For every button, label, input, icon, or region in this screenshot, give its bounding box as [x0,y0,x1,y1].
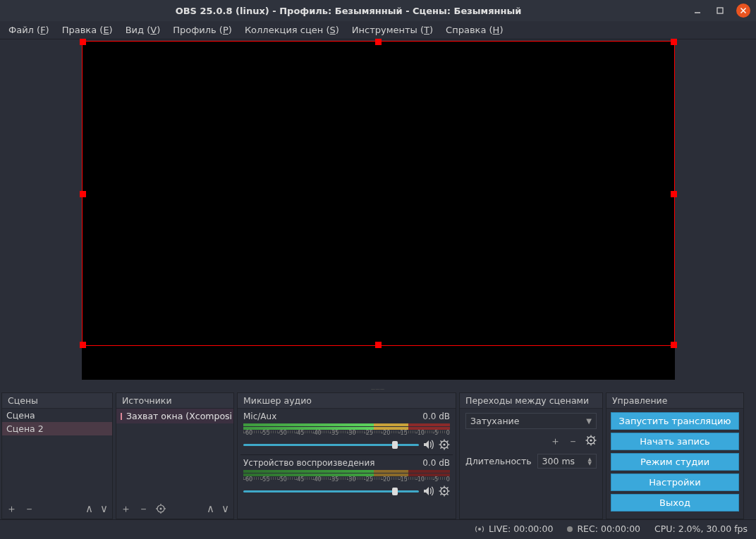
menu-view[interactable]: Вид (V) [120,23,166,37]
window-title: OBS 25.0.8 (linux) - Профиль: Безымянный… [6,6,691,16]
status-cpu: CPU: 2.0%, 30.00 fps [654,523,748,534]
svg-line-16 [441,441,442,442]
close-button[interactable] [736,4,750,18]
scenes-list[interactable]: Сцена Сцена 2 [2,409,112,499]
menu-file[interactable]: Файл (F) [3,23,55,37]
menu-scene-collection[interactable]: Коллекция сцен (S) [239,23,345,37]
selection-border [82,41,675,346]
remove-source-button[interactable]: － [138,502,149,516]
resize-handle-nw[interactable] [80,39,86,45]
mixer-panel-header: Микшер аудио [238,393,456,409]
scenes-panel-header: Сцены [2,393,112,409]
speaker-icon[interactable] [423,439,434,450]
start-streaming-button[interactable]: Запустить трансляцию [611,412,739,430]
add-transition-button[interactable]: ＋ [550,435,561,448]
volume-slider[interactable] [243,444,419,446]
sources-panel-header: Источники [116,393,233,409]
menu-tools[interactable]: Инструменты (T) [346,23,439,37]
resize-handle-sw[interactable] [80,342,86,348]
move-scene-up-button[interactable]: ∧ [85,502,93,515]
status-rec: REC: 00:00:00 [577,523,640,534]
resize-handle-n[interactable] [375,39,382,45]
title-bar: OBS 25.0.8 (linux) - Профиль: Безымянный… [0,0,756,21]
mixer-settings-icon[interactable] [439,485,450,497]
preview-area[interactable] [0,39,756,388]
mixer-item-level: 0.0 dB [422,458,450,468]
mixer-panel: Микшер аудио Mic/Aux 0.0 dB -60-55-50-45… [237,392,456,519]
svg-point-40 [478,528,481,531]
start-recording-button[interactable]: Начать запись [611,433,739,450]
transition-selected-value: Затухание [470,416,519,426]
remove-transition-button[interactable]: － [568,435,578,448]
exit-button[interactable]: Выход [611,494,739,512]
svg-line-36 [587,437,589,438]
svg-line-26 [441,488,442,489]
duration-value: 300 ms [542,456,575,466]
audio-meter: -60-55-50-45-40-35-30-25-20-15-10-50 [243,470,450,484]
spin-down-icon[interactable]: ▼ [588,461,592,466]
scene-item[interactable]: Сцена [2,409,112,422]
source-item-label: Захват окна (Xcomposi [126,411,232,421]
svg-line-29 [441,494,442,495]
svg-point-5 [160,508,162,510]
controls-panel: Управление Запустить трансляцию Начать з… [606,392,744,519]
add-source-button[interactable]: ＋ [121,502,131,516]
move-source-up-button[interactable]: ∧ [207,502,214,515]
svg-line-28 [447,488,449,489]
scenes-panel: Сцены Сцена Сцена 2 ＋ － ∧ ∨ [1,392,113,519]
minimize-button[interactable] [691,4,704,17]
duration-spinbox[interactable]: 300 ms ▲▼ [537,454,597,469]
status-live: LIVE: 00:00:00 [489,523,553,534]
source-item[interactable]: Захват окна (Xcomposi [116,409,233,423]
audio-meter: -60-55-50-45-40-35-30-25-20-15-10-50 [243,423,450,438]
resize-handle-e[interactable] [671,191,677,197]
studio-mode-button[interactable]: Режим студии [611,453,739,471]
window-capture-icon [121,413,122,420]
transition-settings-icon[interactable] [585,435,597,446]
remove-scene-button[interactable]: － [24,502,35,516]
volume-slider[interactable] [243,490,419,492]
source-properties-button[interactable] [156,504,166,514]
svg-point-11 [443,443,445,445]
maximize-button[interactable] [714,4,726,17]
resize-handle-w[interactable] [80,191,86,197]
mixer-item-name: Устройство воспроизведения [243,458,374,468]
menu-profile[interactable]: Профиль (P) [167,23,238,37]
resize-handle-ne[interactable] [671,39,677,45]
mixer-item-level: 0.0 dB [422,411,450,421]
resize-handle-se[interactable] [671,342,677,348]
svg-line-19 [441,447,442,449]
preview-canvas[interactable] [82,41,675,380]
transitions-panel-header: Переходы между сценами [460,393,602,409]
menu-edit[interactable]: Правка (E) [56,23,118,37]
svg-line-37 [594,443,595,445]
sources-list[interactable]: Захват окна (Xcomposi [116,409,233,499]
chevron-down-icon: ▼ [586,417,592,425]
menu-help[interactable]: Справка (H) [440,23,508,37]
mixer-item: Mic/Aux 0.0 dB -60-55-50-45-40-35-30-25-… [238,409,456,454]
resize-handle-s[interactable] [375,342,382,348]
broadcast-icon [475,524,484,534]
move-scene-down-button[interactable]: ∨ [100,502,108,515]
move-source-down-button[interactable]: ∨ [221,502,229,515]
svg-point-31 [590,439,592,441]
mixer-settings-icon[interactable] [439,439,450,450]
scene-item[interactable]: Сцена 2 [2,422,112,435]
record-dot-icon [567,526,573,532]
svg-line-39 [587,443,589,445]
mixer-item: Устройство воспроизведения 0.0 dB -60-55… [238,455,456,501]
controls-panel-header: Управление [606,393,743,409]
speaker-icon[interactable] [423,485,434,497]
add-scene-button[interactable]: ＋ [6,502,17,516]
transition-select[interactable]: Затухание ▼ [465,413,597,429]
transitions-panel: Переходы между сценами Затухание ▼ ＋ － Д… [459,392,603,519]
sources-panel: Источники Захват окна (Xcomposi ＋ － ∧ ∨ [116,392,234,519]
svg-line-38 [594,437,595,438]
svg-rect-1 [717,8,723,13]
settings-button[interactable]: Настройки [611,473,739,491]
mixer-item-name: Mic/Aux [243,411,276,421]
status-bar: LIVE: 00:00:00 REC: 00:00:00 CPU: 2.0%, … [0,519,756,538]
svg-line-27 [447,494,449,495]
menu-bar: Файл (F) Правка (E) Вид (V) Профиль (P) … [0,21,756,39]
duration-label: Длительность [465,456,532,466]
